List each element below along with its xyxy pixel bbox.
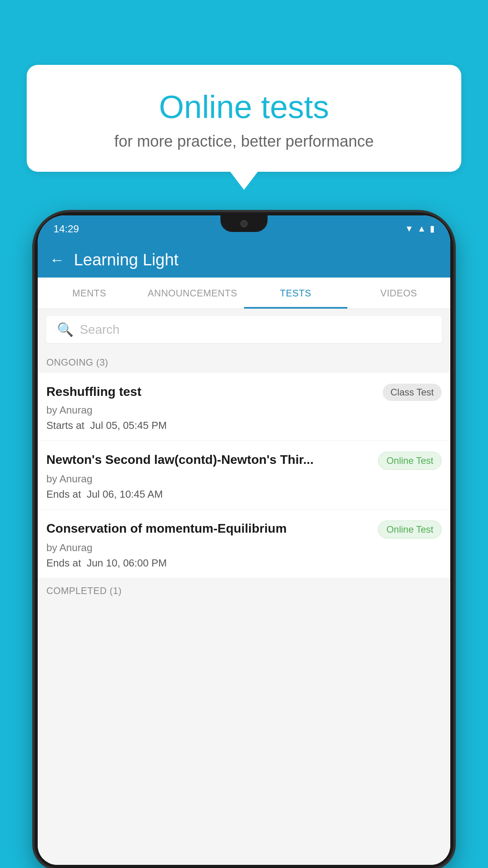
camera xyxy=(240,220,248,227)
status-bar: 14:29 ▼ ▲ ▮ xyxy=(38,215,450,242)
search-container: 🔍 Search xyxy=(38,309,450,350)
search-placeholder: Search xyxy=(80,322,119,337)
test-date-2: Ends at Jul 06, 10:45 AM xyxy=(46,488,442,500)
bubble-subtitle: for more practice, better performance xyxy=(46,132,442,150)
card-top-row-2: Newton's Second law(contd)-Newton's Thir… xyxy=(46,452,442,470)
status-icons: ▼ ▲ ▮ xyxy=(405,224,435,234)
signal-icon: ▲ xyxy=(417,224,426,234)
test-date-1: Starts at Jul 05, 05:45 PM xyxy=(46,419,442,432)
app-title: Learning Light xyxy=(74,250,178,269)
test-card-2[interactable]: Newton's Second law(contd)-Newton's Thir… xyxy=(38,441,450,509)
promo-bubble: Online tests for more practice, better p… xyxy=(27,65,461,172)
content-area: ONGOING (3) Reshuffling test Class Test … xyxy=(38,350,450,865)
search-bar[interactable]: 🔍 Search xyxy=(46,315,442,344)
back-button[interactable]: ← xyxy=(50,252,64,268)
test-date-3: Ends at Jun 10, 06:00 PM xyxy=(46,557,442,569)
search-icon: 🔍 xyxy=(57,322,73,337)
tab-ments[interactable]: MENTS xyxy=(38,278,141,309)
card-top-row-3: Conservation of momentum-Equilibrium Onl… xyxy=(46,520,442,539)
status-time: 14:29 xyxy=(53,223,79,235)
badge-online-test-2: Online Test xyxy=(378,452,442,470)
test-card-3[interactable]: Conservation of momentum-Equilibrium Onl… xyxy=(38,509,450,578)
tab-tests[interactable]: TESTS xyxy=(244,278,347,309)
test-name-1: Reshuffling test xyxy=(46,384,383,400)
test-author-3: by Anurag xyxy=(46,542,442,554)
badge-class-test-1: Class Test xyxy=(383,384,442,401)
test-name-2: Newton's Second law(contd)-Newton's Thir… xyxy=(46,452,378,468)
tab-videos[interactable]: VIDEOS xyxy=(347,278,451,309)
wifi-icon: ▼ xyxy=(405,224,413,234)
test-author-1: by Anurag xyxy=(46,404,442,416)
completed-section-header: COMPLETED (1) xyxy=(38,578,450,601)
badge-online-test-3: Online Test xyxy=(378,520,442,539)
app-header: ← Learning Light xyxy=(38,242,450,278)
bubble-title: Online tests xyxy=(46,88,442,125)
test-card-1[interactable]: Reshuffling test Class Test by Anurag St… xyxy=(38,373,450,441)
battery-icon: ▮ xyxy=(430,224,435,234)
test-author-2: by Anurag xyxy=(46,473,442,485)
phone-frame: 14:29 ▼ ▲ ▮ ← Learning Light MENTS ANNOU… xyxy=(35,212,453,868)
phone-screen: 14:29 ▼ ▲ ▮ ← Learning Light MENTS ANNOU… xyxy=(38,215,450,865)
ongoing-section-header: ONGOING (3) xyxy=(38,350,450,373)
card-top-row-1: Reshuffling test Class Test xyxy=(46,384,442,401)
notch xyxy=(220,215,268,232)
test-name-3: Conservation of momentum-Equilibrium xyxy=(46,520,378,537)
tab-announcements[interactable]: ANNOUNCEMENTS xyxy=(141,278,244,309)
tabs-bar: MENTS ANNOUNCEMENTS TESTS VIDEOS xyxy=(38,278,450,309)
